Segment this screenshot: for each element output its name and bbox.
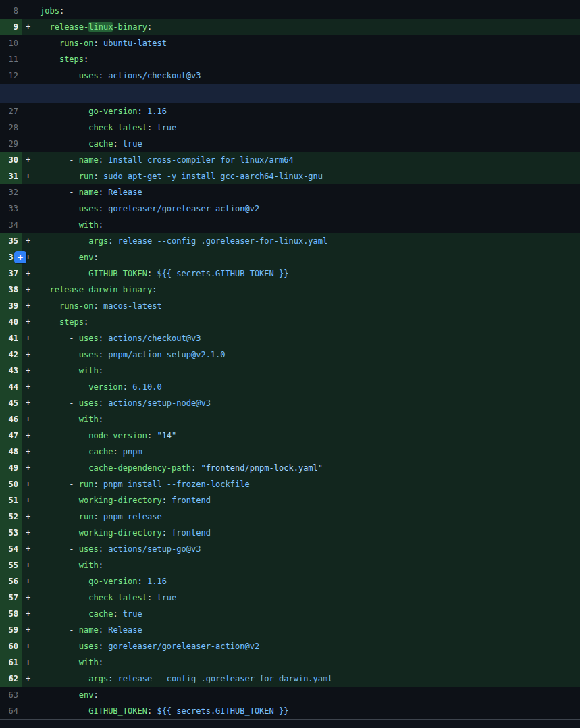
yaml-punctuation: :	[99, 544, 108, 554]
line-number[interactable]: 38	[0, 282, 22, 298]
yaml-key: working-directory	[79, 496, 162, 505]
yaml-punctuation: :	[147, 123, 157, 132]
line-number[interactable]: 29	[0, 136, 22, 152]
line-number[interactable]: 41	[0, 330, 22, 346]
diff-line-51: 51+ working-directory: frontend	[0, 492, 580, 509]
yaml-key: node-version	[88, 431, 147, 440]
yaml-punctuation: :	[99, 398, 108, 408]
yaml-punctuation: :	[152, 285, 157, 294]
yaml-punctuation: :	[93, 512, 103, 521]
diff-add-marker: +	[26, 411, 30, 427]
yaml-key: env	[79, 690, 94, 700]
diff-line-61: 61+ with:	[0, 654, 580, 671]
yaml-punctuation: :	[147, 269, 157, 278]
diff-line-58: 58+ cache: true	[0, 606, 580, 622]
yaml-punctuation: :	[99, 561, 103, 570]
diff-line-29: 29 cache: true	[0, 136, 580, 152]
code-text: release-darwin-binary:	[22, 282, 157, 298]
yaml-punctuation: -	[40, 155, 79, 165]
line-number[interactable]: 37	[0, 265, 22, 282]
yaml-key: env	[79, 253, 94, 262]
yaml-punctuation: :	[93, 38, 103, 48]
yaml-punctuation: :	[99, 366, 103, 375]
yaml-punctuation: -	[40, 398, 79, 408]
yaml-punctuation: :	[147, 593, 157, 602]
yaml-value: frontend	[172, 496, 211, 505]
line-number[interactable]: 28	[0, 120, 22, 136]
yaml-punctuation: :	[147, 706, 157, 716]
line-number[interactable]: 51	[0, 492, 22, 509]
yaml-value: sudo apt-get -y install gcc-aarch64-linu…	[103, 172, 323, 181]
yaml-key: args	[88, 236, 108, 246]
diff-line-32: 32 - name: Release	[0, 184, 580, 201]
line-number[interactable]: 60	[0, 638, 22, 654]
diff-line-63: 63 env:	[0, 687, 580, 703]
yaml-key: uses	[79, 398, 99, 408]
line-number[interactable]: 44	[0, 379, 22, 395]
line-number[interactable]: 47	[0, 427, 22, 444]
line-number[interactable]: 27	[0, 103, 22, 120]
code-text: args: release --config .goreleaser-for-d…	[22, 671, 333, 687]
line-number[interactable]: 58	[0, 606, 22, 622]
diff-bottom-border	[0, 719, 580, 728]
yaml-value: actions/setup-node@v3	[108, 398, 211, 408]
line-number[interactable]: 50	[0, 476, 22, 492]
line-number[interactable]: 32	[0, 184, 22, 201]
yaml-punctuation: :	[191, 463, 201, 473]
line-number[interactable]: 8	[0, 3, 22, 19]
code-text: uses: goreleaser/goreleaser-action@v2	[22, 638, 259, 654]
yaml-punctuation: :	[99, 658, 103, 667]
line-number[interactable]: 64	[0, 703, 22, 719]
line-number[interactable]: 52	[0, 509, 22, 525]
line-number[interactable]: 31	[0, 168, 22, 184]
diff-add-marker: +	[26, 492, 30, 509]
yaml-punctuation	[40, 366, 79, 375]
yaml-punctuation: -	[40, 544, 79, 554]
yaml-key: release-	[49, 22, 88, 32]
line-number[interactable]: 57	[0, 590, 22, 606]
code-text: with:	[22, 411, 103, 427]
diff-line-56: 56+ go-version: 1.16	[0, 573, 580, 590]
line-number[interactable]: 34	[0, 217, 22, 233]
line-number[interactable]: 56	[0, 573, 22, 590]
line-number[interactable]: 48	[0, 444, 22, 460]
line-number[interactable]: 33	[0, 201, 22, 217]
yaml-value: 6.10.0	[132, 382, 161, 392]
line-number[interactable]: 45	[0, 395, 22, 411]
line-number[interactable]: 35	[0, 233, 22, 249]
yaml-punctuation	[40, 285, 49, 294]
add-comment-button[interactable]: +	[14, 251, 26, 263]
code-text: - uses: actions/checkout@v3	[22, 68, 201, 84]
diff-add-marker: +	[26, 152, 30, 168]
diff-add-marker: +	[26, 476, 30, 492]
diff-add-marker: +	[26, 282, 30, 298]
line-number[interactable]: 40	[0, 314, 22, 330]
line-number[interactable]: 9	[0, 19, 22, 35]
line-number[interactable]: 53	[0, 525, 22, 541]
line-number[interactable]: 10	[0, 35, 22, 51]
line-number[interactable]: 42	[0, 346, 22, 363]
line-number[interactable]: 39	[0, 298, 22, 314]
line-number[interactable]: 49	[0, 460, 22, 476]
line-number[interactable]: 55	[0, 557, 22, 573]
diff-line-35: 35+ args: release --config .goreleaser-f…	[0, 233, 580, 249]
line-number[interactable]: 12	[0, 68, 22, 84]
code-text: - name: Release	[22, 184, 142, 201]
yaml-key: run	[79, 172, 94, 181]
yaml-punctuation: :	[138, 577, 147, 586]
line-number[interactable]: 46	[0, 411, 22, 427]
diff-add-marker: +	[26, 573, 30, 590]
line-number[interactable]: 63	[0, 687, 22, 703]
line-number[interactable]: 59	[0, 622, 22, 638]
code-text: cache: true	[22, 136, 142, 152]
code-text: with:	[22, 363, 103, 379]
line-number[interactable]: 30	[0, 152, 22, 168]
expand-hidden-lines-row[interactable]	[0, 84, 580, 103]
line-number[interactable]: 61	[0, 654, 22, 671]
yaml-value: true	[157, 123, 176, 132]
line-number[interactable]: 11	[0, 51, 22, 68]
line-number[interactable]: 62	[0, 671, 22, 687]
yaml-value: frontend	[172, 528, 211, 538]
line-number[interactable]: 43	[0, 363, 22, 379]
line-number[interactable]: 54	[0, 541, 22, 557]
